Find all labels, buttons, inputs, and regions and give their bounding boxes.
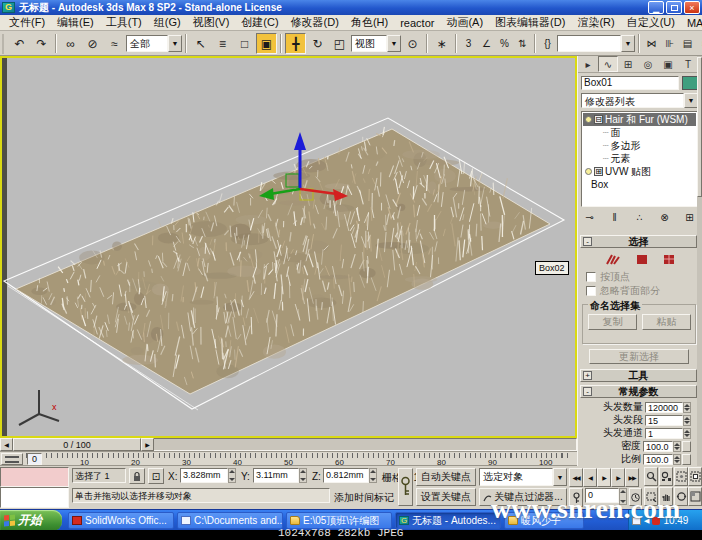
ignore-backfacing-checkbox[interactable]: 忽略背面部分 xyxy=(586,284,660,298)
named-selection-sets-icon[interactable]: {} xyxy=(539,33,556,54)
menu-item-11[interactable]: 渲染(R) xyxy=(571,14,620,31)
maxscript-listener-output[interactable] xyxy=(0,487,69,508)
param-field[interactable]: 120000 xyxy=(645,402,683,413)
spinner-snap-icon[interactable]: ⇅ xyxy=(514,33,531,54)
select-and-scale-icon[interactable]: ◰ xyxy=(329,33,350,54)
gizmo-z-arrowhead[interactable] xyxy=(294,132,306,150)
checkbox[interactable] xyxy=(586,286,596,296)
start-button[interactable]: 开始 xyxy=(0,510,62,531)
select-and-rotate-icon[interactable]: ↻ xyxy=(307,33,328,54)
by-vertex-checkbox[interactable]: 按顶点 xyxy=(586,270,630,284)
select-link-icon[interactable]: ∞ xyxy=(60,33,81,54)
select-and-move-icon[interactable]: ╋ xyxy=(285,33,306,54)
restore-button[interactable] xyxy=(666,1,682,14)
subobject-face-icon[interactable] xyxy=(635,253,649,266)
param-field[interactable]: 15 xyxy=(645,415,683,426)
go-to-start-button[interactable]: ◀◀ xyxy=(569,468,583,487)
select-and-manipulate-icon[interactable]: ∗ xyxy=(431,33,452,54)
menu-item-9[interactable]: 动画(A) xyxy=(440,14,489,31)
collapse-icon[interactable]: - xyxy=(583,387,592,396)
menu-item-8[interactable]: reactor xyxy=(394,16,440,30)
dropdown-arrow-icon[interactable]: ▼ xyxy=(553,468,567,486)
bulb-icon[interactable] xyxy=(585,168,592,175)
menu-item-10[interactable]: 图表编辑器(D) xyxy=(489,14,571,31)
time-slider-handle[interactable]: 0 / 100 xyxy=(13,438,141,451)
set-key-button[interactable]: 设置关键点 xyxy=(416,488,476,506)
z-coord-field[interactable]: 0.812mm xyxy=(323,468,369,483)
expand-icon[interactable]: ⊞ xyxy=(594,167,603,176)
taskbar-item-documents[interactable]: C:\Documents and... xyxy=(177,512,283,529)
stack-row-polygon[interactable]: ┄ 多边形 xyxy=(583,139,696,152)
use-pivot-center-icon[interactable]: ⊙ xyxy=(402,33,423,54)
spinner[interactable] xyxy=(369,468,377,483)
show-end-result-icon[interactable]: ‖ xyxy=(606,209,623,225)
object-color-swatch[interactable] xyxy=(682,76,698,90)
pin-stack-icon[interactable]: ⊸ xyxy=(581,209,598,225)
rect-selection-region-icon[interactable]: □ xyxy=(234,33,255,54)
absolute-mode-toggle-icon[interactable]: ⊡ xyxy=(148,468,164,484)
bulb-icon[interactable] xyxy=(585,116,592,123)
density-map-button[interactable] xyxy=(682,441,691,452)
tab-hierarchy-icon[interactable]: ⊞ xyxy=(618,56,638,72)
toolbar-grip[interactable] xyxy=(2,34,6,54)
paste-button[interactable]: 粘贴 xyxy=(642,314,691,330)
stack-row-box[interactable]: Box xyxy=(583,178,696,191)
tab-motion-icon[interactable]: ◎ xyxy=(638,56,658,72)
tab-modify-icon[interactable]: ∿ xyxy=(598,56,618,72)
dropdown-arrow-icon[interactable]: ▼ xyxy=(684,93,698,108)
spinner[interactable] xyxy=(683,402,691,413)
named-selection-dropdown[interactable]: ▼ xyxy=(557,35,635,52)
go-to-end-button[interactable]: ▶▶ xyxy=(625,468,639,487)
stack-row-element[interactable]: ┄ 元素 xyxy=(583,152,696,165)
angle-snap-icon[interactable]: ∠ xyxy=(478,33,495,54)
zoom-icon[interactable] xyxy=(644,467,658,486)
key-mode-dropdown[interactable]: 选定对象 ▼ xyxy=(479,468,567,486)
redo-icon[interactable]: ↷ xyxy=(31,33,52,54)
close-button[interactable]: × xyxy=(684,1,700,14)
title-bar[interactable]: G 无标题 - Autodesk 3ds Max 8 SP2 - Stand-a… xyxy=(0,0,702,15)
subobject-element-icon[interactable] xyxy=(662,253,676,266)
spinner[interactable] xyxy=(673,454,681,465)
menu-item-1[interactable]: 编辑(E) xyxy=(51,14,100,31)
taskbar-item-solidworks[interactable]: SolidWorks Offic... xyxy=(68,512,174,529)
rollout-tools-header[interactable]: + 工具 xyxy=(580,369,697,382)
keyboard-override-key-icon[interactable] xyxy=(398,468,413,506)
play-button[interactable]: ▶ xyxy=(597,468,611,487)
stack-row-hair-fur[interactable]: ⊟ Hair 和 Fur (WSM) xyxy=(583,113,696,126)
spinner[interactable] xyxy=(673,441,681,452)
menu-item-0[interactable]: 文件(F) xyxy=(3,14,51,31)
param-field[interactable]: 100.0 xyxy=(643,441,673,452)
selection-filter-dropdown[interactable]: 全部 ▼ xyxy=(126,35,182,52)
minimize-button[interactable]: ▁ xyxy=(648,1,664,14)
percent-snap-icon[interactable]: % xyxy=(496,33,513,54)
zoom-all-icon[interactable] xyxy=(659,467,673,486)
undo-icon[interactable]: ↶ xyxy=(9,33,30,54)
remove-modifier-icon[interactable]: ⊗ xyxy=(656,209,673,225)
current-frame-marker[interactable]: 0 xyxy=(27,453,42,465)
rollout-general-parameters-header[interactable]: - 常规参数 xyxy=(580,385,697,398)
make-unique-icon[interactable]: ∴ xyxy=(631,209,648,225)
collapse-icon[interactable]: - xyxy=(583,237,592,246)
tab-display-icon[interactable]: ▣ xyxy=(658,56,678,72)
snap-toggle-3d-icon[interactable]: 3 xyxy=(460,33,477,54)
dropdown-arrow-icon[interactable]: ▼ xyxy=(621,35,635,52)
mirror-icon[interactable]: ⋈ xyxy=(643,33,660,54)
dropdown-arrow-icon[interactable]: ▼ xyxy=(387,35,401,52)
x-coord-field[interactable]: 3.828mm xyxy=(180,468,228,483)
collapse-icon[interactable]: ⊟ xyxy=(594,115,603,124)
maximize-viewport-toggle-icon[interactable] xyxy=(688,487,702,506)
menu-item-2[interactable]: 工具(T) xyxy=(100,14,148,31)
frame-back-arrow[interactable]: ◀ xyxy=(0,438,13,451)
copy-button[interactable]: 复制 xyxy=(588,314,637,330)
select-by-name-icon[interactable]: ≡ xyxy=(212,33,233,54)
next-frame-button[interactable]: ▶ xyxy=(611,468,625,487)
coord-system-dropdown[interactable]: 视图 ▼ xyxy=(351,35,401,52)
previous-frame-button[interactable]: ◀ xyxy=(583,468,597,487)
panel-scrollbar[interactable] xyxy=(697,56,702,468)
modifier-list-dropdown[interactable]: 修改器列表 ▼ xyxy=(581,93,698,108)
update-selection-button[interactable]: 更新选择 xyxy=(589,349,689,364)
stack-row-face[interactable]: ┄ 面 xyxy=(583,126,696,139)
checkbox[interactable] xyxy=(586,272,596,282)
tab-create-icon[interactable]: ▸ xyxy=(578,56,598,72)
select-object-icon[interactable]: ↖ xyxy=(190,33,211,54)
